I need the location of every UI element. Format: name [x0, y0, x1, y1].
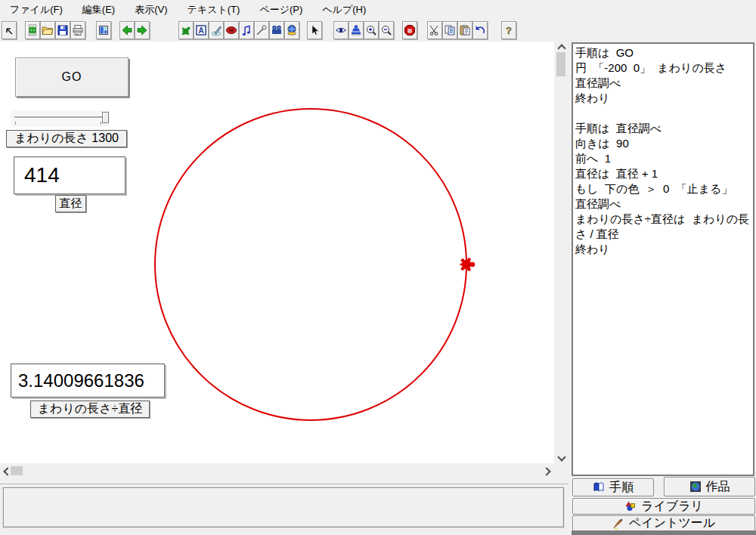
eye-icon — [335, 24, 347, 36]
slider-track — [14, 116, 104, 118]
ratio-field[interactable]: 3.14009661836 — [11, 363, 165, 397]
back-arrow-icon — [121, 24, 133, 36]
jump-arrow-button[interactable] — [2, 21, 17, 39]
help-button[interactable]: ? — [501, 21, 516, 39]
turtle-tool-button[interactable] — [178, 21, 194, 39]
print-icon — [72, 24, 84, 36]
forward-button[interactable] — [135, 21, 150, 39]
record-tool-button[interactable] — [254, 21, 269, 39]
music-note-icon — [240, 24, 253, 36]
microphone-icon — [256, 24, 268, 36]
program-panel: 手順は GO 円 「-200 0」 まわりの長さ 直径調べ 終わり 手順は 直径… — [572, 42, 756, 535]
jump-arrow-icon — [3, 24, 15, 36]
scroll-up-icon[interactable] — [557, 44, 565, 52]
slider-tick — [15, 122, 16, 125]
go-button[interactable]: GO — [15, 57, 129, 97]
paste-button[interactable] — [457, 21, 472, 39]
menu-file[interactable]: ファイル(F) — [0, 0, 73, 20]
movie-camera-icon — [271, 24, 283, 36]
music-tool-button[interactable] — [239, 21, 254, 39]
svg-text:?: ? — [506, 25, 512, 36]
world-link-icon — [286, 24, 298, 36]
menu-bar: ファイル(F) 編集(E) 表示(V) テキスト(T) ページ(P) ヘルプ(H… — [0, 0, 756, 20]
copy-button[interactable] — [442, 21, 457, 39]
diameter-field[interactable]: 414 — [14, 156, 125, 194]
forward-arrow-icon — [136, 24, 148, 36]
cut-button[interactable] — [427, 21, 442, 39]
works-globe-icon — [689, 481, 702, 493]
undo-button[interactable] — [472, 21, 488, 39]
zoom-in-button[interactable] — [364, 21, 379, 39]
menu-page[interactable]: ページ(P) — [249, 0, 312, 20]
horizontal-scroll-thumb[interactable] — [11, 466, 23, 475]
push-button-tool[interactable] — [224, 21, 239, 39]
scroll-right-icon[interactable] — [542, 467, 550, 475]
network-tool-button[interactable] — [284, 21, 299, 39]
library-shapes-icon — [624, 500, 637, 512]
menu-help[interactable]: ヘルプ(H) — [312, 0, 376, 20]
select-cursor-icon — [308, 24, 321, 36]
book-icon — [593, 481, 605, 493]
perimeter-label: まわりの長さ 1300 — [6, 130, 127, 147]
paint-tool-button-label: ペイントツール — [629, 515, 715, 531]
zoom-out-icon — [380, 24, 392, 36]
open-folder-icon — [42, 24, 54, 36]
stamp-icon — [350, 24, 362, 36]
menu-view[interactable]: 表示(V) — [125, 0, 177, 20]
slider-tick — [101, 122, 101, 125]
drawing-canvas[interactable]: GO まわりの長さ 1300 414 直径 3.14009661836 まわりの… — [0, 42, 554, 463]
zoom-in-icon — [365, 24, 377, 36]
text-label-button[interactable]: A — [194, 21, 209, 39]
push-button-icon — [225, 24, 237, 36]
paint-tool-button[interactable]: ペイントツール — [572, 515, 755, 531]
library-button-label: ライブラリ — [641, 499, 703, 515]
pen-tool-icon — [210, 24, 222, 36]
turtle-tool-icon — [180, 24, 192, 36]
program-code-editor[interactable]: 手順は GO 円 「-200 0」 まわりの長さ 直径調べ 終わり 手順は 直径… — [572, 42, 754, 476]
canvas-vertical-scrollbar[interactable] — [555, 42, 567, 463]
slider-thumb[interactable] — [102, 112, 109, 123]
cut-icon — [429, 24, 441, 36]
ratio-label: まわりの長さ÷直径 — [30, 400, 150, 418]
perimeter-slider[interactable] — [11, 110, 110, 127]
print-button[interactable] — [70, 21, 85, 39]
stamp-button[interactable] — [349, 21, 364, 39]
paste-icon — [459, 24, 471, 36]
window-edge — [572, 530, 756, 535]
new-page-button[interactable] — [25, 21, 40, 39]
tab-procedure[interactable]: 手順 — [572, 478, 654, 496]
stop-hand-icon — [404, 24, 416, 36]
page-layout-button[interactable] — [96, 21, 111, 39]
diameter-label: 直径 — [55, 195, 86, 212]
paintbrush-icon — [612, 518, 624, 530]
turtle-icon[interactable] — [457, 255, 477, 274]
library-button[interactable]: ライブラリ — [572, 498, 755, 515]
toolbar: A ? — [0, 20, 756, 41]
scroll-down-icon[interactable] — [557, 453, 565, 461]
save-button[interactable] — [55, 21, 70, 39]
pen-tool-button[interactable] — [209, 21, 224, 39]
svg-text:A: A — [198, 26, 203, 35]
tab-works-label: 作品 — [706, 479, 730, 495]
drawn-circle — [154, 108, 467, 421]
undo-icon — [474, 24, 486, 36]
message-panel — [3, 487, 564, 527]
select-button[interactable] — [307, 21, 322, 39]
vertical-scroll-thumb[interactable] — [556, 52, 565, 76]
open-button[interactable] — [40, 21, 55, 39]
copy-icon — [444, 24, 456, 36]
canvas-horizontal-scrollbar[interactable] — [0, 465, 554, 477]
menu-text[interactable]: テキスト(T) — [178, 0, 250, 20]
zoom-out-button[interactable] — [379, 21, 394, 39]
text-label-icon: A — [195, 24, 207, 36]
divider — [0, 484, 569, 484]
movie-tool-button[interactable] — [269, 21, 284, 39]
stop-button[interactable] — [402, 21, 417, 39]
menu-edit[interactable]: 編集(E) — [73, 0, 125, 20]
save-icon — [57, 24, 69, 36]
tab-works[interactable]: 作品 — [664, 477, 755, 496]
view-button[interactable] — [333, 21, 349, 39]
back-button[interactable] — [119, 21, 135, 39]
new-page-globe-icon — [26, 24, 39, 36]
dolittle-window: ファイル(F) 編集(E) 表示(V) テキスト(T) ページ(P) ヘルプ(H… — [0, 0, 756, 535]
